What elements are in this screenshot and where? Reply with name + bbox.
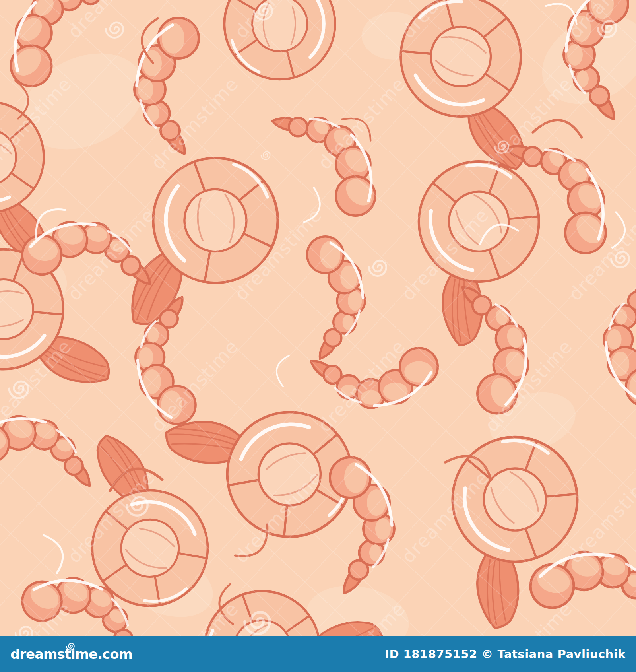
watermark-text: dreamstime (397, 0, 493, 43)
watermark-text: dreamstime (147, 335, 243, 436)
watermark-text: dreamstime (314, 598, 410, 636)
image-credit: ID 181875152 © Tatsiana Pavliuchik (385, 647, 626, 661)
watermark-spiral-icon (123, 491, 151, 519)
watermark-text: dreamstime (147, 73, 243, 174)
watermark-text: dreamstime (397, 466, 493, 567)
watermark-spiral-icon (595, 16, 619, 40)
watermark-spiral-icon (608, 247, 632, 270)
watermark-spiral-icon (366, 256, 389, 279)
watermark-spiral-icon (13, 622, 35, 636)
watermark-text: dreamstime (147, 598, 243, 636)
watermark-spiral-icon (493, 137, 511, 155)
watermark-spiral-icon (260, 149, 271, 161)
watermark-spiral-icon (240, 605, 274, 636)
watermark-spiral-icon (6, 376, 31, 401)
watermark-spiral-icon (251, 0, 275, 23)
pattern-area: dreamstimedreamstimedreamstimedreamstime… (0, 0, 636, 636)
watermark-text: dreamstime (230, 204, 326, 305)
watermark-text: dreamstime (230, 466, 326, 567)
watermark-text: dreamstime (481, 598, 577, 636)
watermark-spiral-icon (103, 17, 126, 41)
watermark-text: dreamstime (0, 73, 76, 174)
watermark-text: dreamstime (230, 0, 326, 43)
dreamstime-logo: dreamstime.com (10, 647, 132, 661)
watermark-bar: dreamstime.com ID 181875152 © Tatsiana P… (0, 636, 636, 672)
watermark-text: dreamstime (314, 335, 410, 436)
watermark-text: dreamstime (397, 204, 493, 305)
watermark-text: dreamstime (0, 598, 76, 636)
watermark-layer: dreamstimedreamstimedreamstimedreamstime… (0, 0, 636, 636)
watermark-text: dreamstime (481, 335, 577, 436)
dreamstime-spiral-icon (65, 641, 76, 651)
watermark-text: dreamstime (314, 73, 410, 174)
stock-image-preview: { "image": { "description": "Seamless ve… (0, 0, 636, 672)
watermark-text: dreamstime (564, 466, 636, 567)
watermark-text: dreamstime (63, 204, 159, 305)
watermark-text: dreamstime (481, 73, 577, 174)
